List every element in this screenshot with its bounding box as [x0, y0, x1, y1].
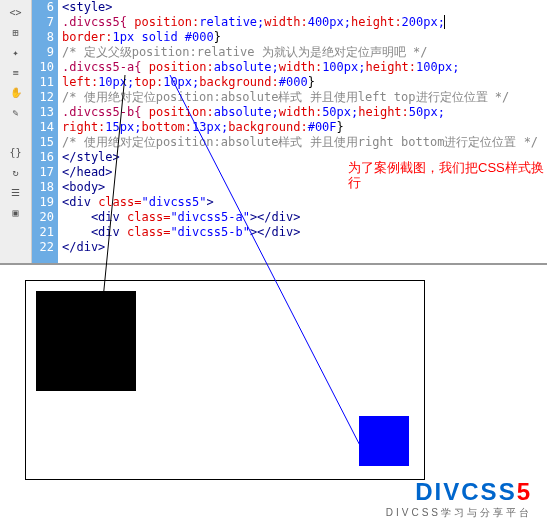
- demo-box-b: [359, 416, 409, 466]
- tool-hand-icon[interactable]: ✋: [2, 83, 30, 101]
- toolbar-left: <> ⊞ ✦ ≡ ✋ ✎ {} ↻ ☰ ▣: [0, 0, 32, 263]
- line-num: 13: [32, 105, 54, 120]
- line-num: 12: [32, 90, 54, 105]
- tool-tag-icon[interactable]: <>: [2, 3, 30, 21]
- line-num: 7: [32, 15, 54, 30]
- line-num: 16: [32, 150, 54, 165]
- tool-attr-icon[interactable]: ≡: [2, 63, 30, 81]
- tool-img-icon[interactable]: ▣: [2, 203, 30, 221]
- tool-bracket-icon[interactable]: {}: [2, 143, 30, 161]
- demo-container: [25, 280, 425, 480]
- line-num: 19: [32, 195, 54, 210]
- line-num: 9: [32, 45, 54, 60]
- code-area[interactable]: <style> .divcss5{ position:relative;widt…: [58, 0, 547, 263]
- line-num: 17: [32, 165, 54, 180]
- line-num: 6: [32, 0, 54, 15]
- preview-pane: DIVCSS5 DIVCSS学习与分享平台: [0, 265, 547, 525]
- code-editor: <> ⊞ ✦ ≡ ✋ ✎ {} ↻ ☰ ▣ 6 7 8 9 10 11 12 1…: [0, 0, 547, 265]
- tool-list-icon[interactable]: ☰: [2, 183, 30, 201]
- line-num: 14: [32, 120, 54, 135]
- line-gutter: 6 7 8 9 10 11 12 13 14 15 16 17 18 19 20…: [32, 0, 58, 263]
- annotation-text: 为了案例截图，我们把CSS样式换行: [348, 160, 547, 190]
- line-num: 10: [32, 60, 54, 75]
- line-num: 8: [32, 30, 54, 45]
- tool-pencil-icon[interactable]: ✎: [2, 103, 30, 121]
- tool-tree-icon[interactable]: ⊞: [2, 23, 30, 41]
- line-num: 18: [32, 180, 54, 195]
- demo-box-a: [36, 291, 136, 391]
- logo: DIVCSS5 DIVCSS学习与分享平台: [386, 478, 532, 520]
- line-num: 15: [32, 135, 54, 150]
- line-num: 21: [32, 225, 54, 240]
- tool-refresh-icon[interactable]: ↻: [2, 163, 30, 181]
- tool-star-icon[interactable]: ✦: [2, 43, 30, 61]
- line-num: 11: [32, 75, 54, 90]
- line-num: 20: [32, 210, 54, 225]
- line-num: 22: [32, 240, 54, 255]
